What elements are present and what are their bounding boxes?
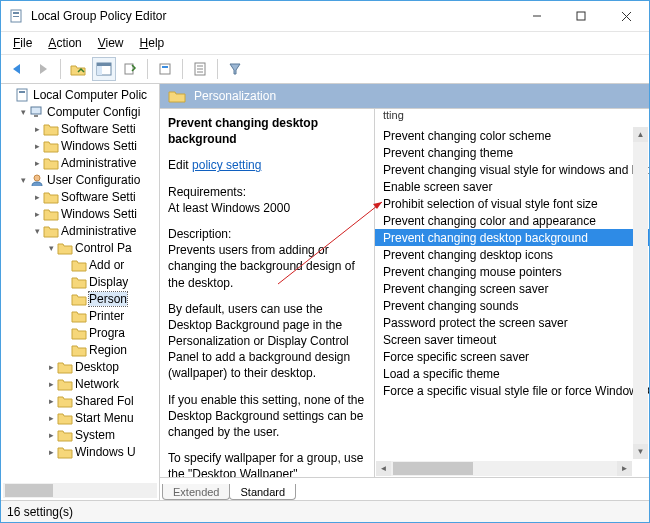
tree-twisty-icon[interactable]: ▸ — [31, 209, 43, 219]
list-item[interactable]: Prevent changing color scheme — [375, 127, 649, 144]
tree-twisty-icon[interactable]: ▸ — [45, 396, 57, 406]
list-vertical-scrollbar[interactable]: ▲ ▼ — [633, 127, 648, 459]
tree-item[interactable]: ▸Shared Fol — [3, 392, 159, 409]
tree-item[interactable]: Add or — [3, 256, 159, 273]
tree-item[interactable]: ▸Software Setti — [3, 120, 159, 137]
tree-twisty-icon[interactable]: ▸ — [31, 192, 43, 202]
scroll-up-icon[interactable]: ▲ — [633, 127, 648, 142]
properties-button[interactable] — [188, 57, 212, 81]
tree-twisty-icon[interactable]: ▸ — [45, 362, 57, 372]
list-item[interactable]: Force specific screen saver — [375, 348, 649, 365]
tree-horizontal-scrollbar[interactable] — [3, 483, 157, 498]
minimize-button[interactable] — [515, 1, 559, 31]
tree-item[interactable]: ▾Administrative — [3, 222, 159, 239]
tree-item-label: Administrative — [61, 224, 136, 238]
tree-twisty-icon[interactable]: ▸ — [45, 447, 57, 457]
tree-item[interactable]: ▸Windows Setti — [3, 205, 159, 222]
tree-item[interactable]: ▸Network — [3, 375, 159, 392]
menu-action[interactable]: Action — [42, 34, 87, 52]
tree-item[interactable]: ▸Windows U — [3, 443, 159, 460]
export-button[interactable] — [118, 57, 142, 81]
tree-item-label: System — [75, 428, 115, 442]
tree-item[interactable]: Progra — [3, 324, 159, 341]
tree-item[interactable]: Printer — [3, 307, 159, 324]
tree-twisty-icon[interactable]: ▾ — [17, 175, 29, 185]
menu-file[interactable]: File — [7, 34, 38, 52]
menu-view[interactable]: View — [92, 34, 130, 52]
list-item[interactable]: Prevent changing theme — [375, 144, 649, 161]
view-tabs: Extended Standard — [160, 477, 649, 500]
folder-icon — [43, 122, 59, 136]
edit-policy-link[interactable]: policy setting — [192, 158, 261, 172]
list-item[interactable]: Prevent changing color and appearance — [375, 212, 649, 229]
tree-item[interactable]: ▸Software Setti — [3, 188, 159, 205]
list-item[interactable]: Prevent changing mouse pointers — [375, 263, 649, 280]
list-item[interactable]: Prevent changing sounds — [375, 297, 649, 314]
tree-item-label: Computer Configi — [47, 105, 140, 119]
titlebar: Local Group Policy Editor — [1, 1, 649, 32]
scroll-down-icon[interactable]: ▼ — [633, 444, 648, 459]
tree-item[interactable]: ▸Start Menu — [3, 409, 159, 426]
menu-help[interactable]: Help — [134, 34, 171, 52]
tree-twisty-icon[interactable]: ▸ — [31, 124, 43, 134]
list-item[interactable]: Load a specific theme — [375, 365, 649, 382]
refresh-button[interactable] — [153, 57, 177, 81]
tree-twisty-icon[interactable]: ▸ — [31, 158, 43, 168]
tree-twisty-icon[interactable]: ▾ — [45, 243, 57, 253]
tree-item-label: Windows Setti — [61, 139, 137, 153]
tree-item[interactable]: ▾Control Pa — [3, 239, 159, 256]
folder-icon — [168, 89, 186, 103]
forward-button[interactable] — [31, 57, 55, 81]
list-horizontal-scrollbar[interactable]: ◄ ► — [376, 461, 632, 476]
list-item[interactable]: Enable screen saver — [375, 178, 649, 195]
svg-rect-12 — [162, 66, 168, 68]
list-item[interactable]: Prevent changing desktop icons — [375, 246, 649, 263]
toolbar-separator — [147, 59, 148, 79]
show-hide-tree-button[interactable] — [92, 57, 116, 81]
list-item[interactable]: Prevent changing desktop background — [375, 229, 649, 246]
tree-twisty-icon[interactable]: ▸ — [45, 430, 57, 440]
tree-item[interactable]: ▾User Configuratio — [3, 171, 159, 188]
folder-icon — [57, 445, 73, 459]
status-bar: 16 setting(s) — [1, 500, 649, 522]
up-button[interactable] — [66, 57, 90, 81]
list-item[interactable]: Prevent changing visual style for window… — [375, 161, 649, 178]
column-header-setting[interactable]: tting — [375, 109, 649, 125]
scroll-left-icon[interactable]: ◄ — [376, 461, 391, 476]
list-item[interactable]: Prevent changing screen saver — [375, 280, 649, 297]
close-button[interactable] — [603, 1, 649, 31]
list-item[interactable]: Prohibit selection of visual style font … — [375, 195, 649, 212]
filter-button[interactable] — [223, 57, 247, 81]
svg-rect-11 — [160, 64, 170, 74]
tree-item[interactable]: ▸Windows Setti — [3, 137, 159, 154]
folder-icon — [57, 394, 73, 408]
list-item[interactable]: Screen saver timeout — [375, 331, 649, 348]
tree-twisty-icon[interactable]: ▸ — [31, 141, 43, 151]
edit-link-line: Edit policy setting — [168, 157, 366, 173]
list-item[interactable]: Password protect the screen saver — [375, 314, 649, 331]
tree-twisty-icon[interactable]: ▾ — [31, 226, 43, 236]
settings-list[interactable]: tting Prevent changing color schemePreve… — [375, 109, 649, 477]
scrollbar-thumb[interactable] — [5, 484, 53, 497]
status-text: 16 setting(s) — [7, 505, 73, 519]
tree-item[interactable]: ▸System — [3, 426, 159, 443]
tree-item[interactable]: Region — [3, 341, 159, 358]
scrollbar-thumb[interactable] — [393, 462, 473, 475]
list-item[interactable]: Force a specific visual style file or fo… — [375, 382, 649, 399]
folder-icon — [71, 343, 87, 357]
tree-item[interactable]: ▸Desktop — [3, 358, 159, 375]
tree-twisty-icon[interactable]: ▸ — [45, 379, 57, 389]
tab-extended[interactable]: Extended — [162, 484, 230, 500]
maximize-button[interactable] — [559, 1, 603, 31]
tree-twisty-icon[interactable]: ▾ — [17, 107, 29, 117]
tree-item[interactable]: Display — [3, 273, 159, 290]
tab-standard[interactable]: Standard — [229, 484, 296, 500]
tree-item[interactable]: Person — [3, 290, 159, 307]
tree-twisty-icon[interactable]: ▸ — [45, 413, 57, 423]
scroll-right-icon[interactable]: ► — [617, 461, 632, 476]
tree-item[interactable]: ▾Computer Configi — [3, 103, 159, 120]
tree-pane[interactable]: Local Computer Polic▾Computer Configi▸So… — [1, 84, 160, 500]
tree-item[interactable]: Local Computer Polic — [3, 86, 159, 103]
back-button[interactable] — [5, 57, 29, 81]
tree-item[interactable]: ▸Administrative — [3, 154, 159, 171]
